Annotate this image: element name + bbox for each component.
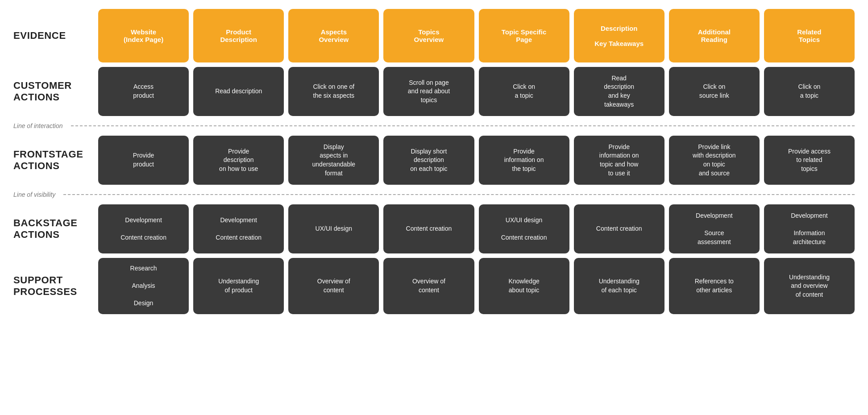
backstage-col7: Development Source assessment — [669, 204, 760, 253]
support-col7: References to other articles — [669, 258, 760, 314]
support-col4: Overview of content — [383, 258, 474, 314]
evidence-label: EVIDENCE — [13, 9, 94, 62]
frontstage-col3: Display aspects in understandable format — [288, 136, 379, 185]
evidence-col3: Aspects Overview — [288, 9, 379, 62]
support-col8: Understanding and overview of content — [764, 258, 855, 314]
backstage-col8: Development Information architecture — [764, 204, 855, 253]
frontstage-col5: Provide information on the topic — [479, 136, 569, 185]
backstage-label: BACKSTAGE ACTIONS — [13, 204, 94, 253]
frontstage-label: FRONTSTAGE ACTIONS — [13, 136, 94, 185]
customer-col7: Click on source link — [669, 67, 760, 116]
evidence-col2: Product Description — [193, 9, 284, 62]
customer-col3: Click on one of the six aspects — [288, 67, 379, 116]
frontstage-col2: Provide description on how to use — [193, 136, 284, 185]
customer-col8: Click on a topic — [764, 67, 855, 116]
support-col6: Understanding of each topic — [574, 258, 664, 314]
line-of-visibility: Line of visibility — [13, 189, 855, 200]
backstage-col3: UX/UI design — [288, 204, 379, 253]
frontstage-col6: Provide information on topic and how to … — [574, 136, 664, 185]
backstage-col1: Development Content creation — [98, 204, 189, 253]
backstage-col6: Content creation — [574, 204, 664, 253]
evidence-col7: Additional Reading — [669, 9, 760, 62]
customer-col1: Access product — [98, 67, 189, 116]
evidence-col5: Topic Specific Page — [479, 9, 569, 62]
evidence-col8: Related Topics — [764, 9, 855, 62]
blueprint-grid: EVIDENCE Website (Index Page) Product De… — [13, 9, 855, 314]
support-col2: Understanding of product — [193, 258, 284, 314]
evidence-col6: Description Key Takeaways — [574, 9, 664, 62]
support-col1: Research Analysis Design — [98, 258, 189, 314]
customer-col4: Scroll on page and read about topics — [383, 67, 474, 116]
frontstage-col7: Provide link with description on topic a… — [669, 136, 760, 185]
line-of-interaction: Line of interaction — [13, 120, 855, 131]
backstage-col5: UX/UI design Content creation — [479, 204, 569, 253]
frontstage-col1: Provide product — [98, 136, 189, 185]
backstage-col2: Development Content creation — [193, 204, 284, 253]
customer-col2: Read description — [193, 67, 284, 116]
customer-col6: Read description and key takeaways — [574, 67, 664, 116]
frontstage-col4: Display short description on each topic — [383, 136, 474, 185]
support-label: SUPPORT PROCESSES — [13, 258, 94, 314]
support-col5: Knowledge about topic — [479, 258, 569, 314]
support-col3: Overview of content — [288, 258, 379, 314]
customer-col5: Click on a topic — [479, 67, 569, 116]
evidence-col1: Website (Index Page) — [98, 9, 189, 62]
customer-actions-label: CUSTOMER ACTIONS — [13, 67, 94, 116]
evidence-col4: Topics Overview — [383, 9, 474, 62]
backstage-col4: Content creation — [383, 204, 474, 253]
frontstage-col8: Provide access to related topics — [764, 136, 855, 185]
